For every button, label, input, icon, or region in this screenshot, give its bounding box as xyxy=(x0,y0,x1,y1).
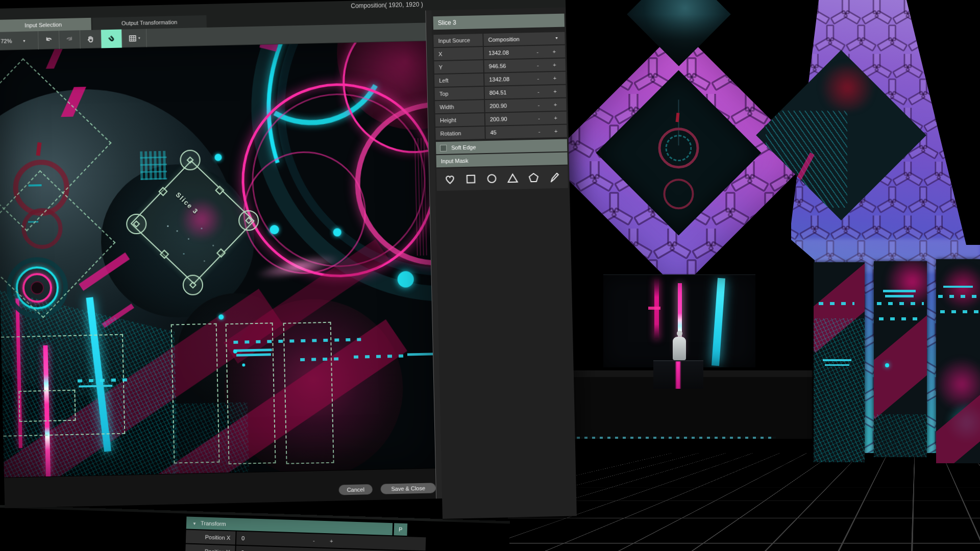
redo-icon xyxy=(65,35,74,44)
circle-icon[interactable] xyxy=(485,172,498,185)
panel-line xyxy=(943,286,973,288)
rotation-input[interactable]: 45-+ xyxy=(485,125,567,139)
increment-button[interactable]: + xyxy=(553,72,557,84)
top-input[interactable]: 804.51-+ xyxy=(485,85,566,99)
height-row: Height 200.90-+ xyxy=(435,112,567,127)
decrement-button[interactable]: - xyxy=(537,72,539,85)
floor-grid xyxy=(508,453,980,551)
soft-edge-bar: Soft Edge xyxy=(436,139,567,155)
panel-dashes xyxy=(819,302,854,305)
panel-dots xyxy=(874,414,927,457)
panel-dashes xyxy=(877,302,924,305)
row-label: Input Source xyxy=(433,34,483,47)
panel-line xyxy=(825,364,849,366)
soft-edge-label: Soft Edge xyxy=(451,141,476,154)
redo-button[interactable] xyxy=(59,30,81,49)
pentagon-icon[interactable] xyxy=(527,171,540,184)
zoom-select[interactable]: 72%▾ xyxy=(0,31,39,51)
panel-line xyxy=(885,295,914,297)
increment-button[interactable]: + xyxy=(330,534,333,547)
left-row: Left 1342.08-+ xyxy=(434,72,566,87)
wall-panel-2 xyxy=(874,261,927,457)
panel-line xyxy=(823,359,851,361)
increment-button[interactable]: + xyxy=(329,548,333,551)
composition-canvas[interactable]: Slice 3 xyxy=(0,41,435,478)
slice-outline-rect[interactable] xyxy=(171,323,220,464)
top-row: Top 804.51-+ xyxy=(435,85,566,101)
panel-glow xyxy=(884,261,927,307)
chevron-down-icon: ▾ xyxy=(555,32,558,44)
slice-outline-rect[interactable] xyxy=(18,390,76,422)
square-icon[interactable] xyxy=(464,172,477,185)
undo-icon xyxy=(44,35,53,44)
cyan-dashes xyxy=(354,354,410,358)
panel-line xyxy=(883,290,916,292)
soft-edge-checkbox[interactable] xyxy=(440,144,447,151)
snap-magnet-button[interactable] xyxy=(101,30,122,48)
row-label: Left xyxy=(434,73,484,87)
magnet-icon xyxy=(107,34,116,43)
mannequin xyxy=(672,331,687,363)
increment-button[interactable]: + xyxy=(554,98,557,111)
cancel-button[interactable]: Cancel xyxy=(339,484,373,495)
height-input[interactable]: 200.90-+ xyxy=(485,112,567,126)
dj-booth xyxy=(653,360,703,389)
increment-button[interactable]: + xyxy=(553,59,556,71)
y-input[interactable]: 946.56-+ xyxy=(484,59,565,72)
panel-band xyxy=(874,292,927,419)
wall-panel-3 xyxy=(936,259,980,463)
glitch-text xyxy=(140,151,167,180)
stage-edge-glitter xyxy=(561,437,776,439)
input-source-dropdown[interactable]: Composition▾ xyxy=(483,32,565,46)
row-label: Top xyxy=(435,87,484,100)
preset-button[interactable]: P xyxy=(394,523,408,536)
panel-dots xyxy=(814,318,865,462)
diamond-shade xyxy=(627,0,731,66)
increment-button[interactable]: + xyxy=(554,112,557,124)
input-mask-label: Input Mask xyxy=(440,155,468,167)
increment-button[interactable]: + xyxy=(553,85,557,97)
pink-bolt xyxy=(46,49,63,69)
undo-button[interactable] xyxy=(38,31,60,49)
slice-outline-rect[interactable] xyxy=(283,322,334,464)
x-input[interactable]: 1342.08-+ xyxy=(484,45,565,59)
dialog-title: Composition( 1920, 1920 ) xyxy=(321,0,453,10)
cyan-dot xyxy=(214,154,222,161)
mapped-diamond-top xyxy=(627,0,731,66)
pen-icon[interactable] xyxy=(548,171,561,184)
decrement-button[interactable]: - xyxy=(313,534,315,547)
slice-rows: Input Source Composition▾ X 1342.08-+ Y … xyxy=(433,32,567,140)
decrement-button[interactable]: - xyxy=(537,86,540,98)
save-close-button[interactable]: Save & Close xyxy=(381,483,436,494)
left-input[interactable]: 1342.08-+ xyxy=(484,72,566,86)
increment-button[interactable]: + xyxy=(554,125,558,137)
decrement-button[interactable]: - xyxy=(538,126,541,138)
width-input[interactable]: 200.90-+ xyxy=(485,98,566,112)
heart-icon[interactable] xyxy=(444,173,456,186)
decrement-button[interactable]: - xyxy=(538,112,540,124)
panel-dot xyxy=(885,363,889,367)
hud-ring-1-inner xyxy=(666,135,692,161)
row-label: Width xyxy=(435,100,484,113)
position-x-label: Position X xyxy=(186,530,236,544)
decrement-button[interactable]: - xyxy=(536,46,538,58)
pan-tool-button[interactable] xyxy=(80,30,102,48)
chevron-down-icon: ▾ xyxy=(138,36,140,40)
wall-panel-1 xyxy=(814,262,865,462)
grid-options-button[interactable]: ▾ xyxy=(122,29,147,47)
row-label: X xyxy=(434,47,483,60)
input-mask-bar: Input Mask xyxy=(436,153,567,168)
editor-column: Input Selection Output Transformation 72… xyxy=(0,11,436,508)
slice-panel-header: Slice 3 xyxy=(433,14,565,30)
hud-ring-2 xyxy=(664,179,694,209)
panel-dashes xyxy=(938,295,979,298)
width-row: Width 200.90-+ xyxy=(435,98,566,114)
y-row: Y 946.56-+ xyxy=(434,59,565,74)
decrement-button[interactable]: - xyxy=(537,59,539,71)
triangle-icon[interactable] xyxy=(506,172,519,185)
decrement-button[interactable]: - xyxy=(537,99,540,111)
mannequin-head xyxy=(677,331,682,336)
increment-button[interactable]: + xyxy=(552,45,556,58)
decrement-button[interactable]: - xyxy=(312,548,314,551)
slice-outline-rect[interactable] xyxy=(226,322,276,464)
